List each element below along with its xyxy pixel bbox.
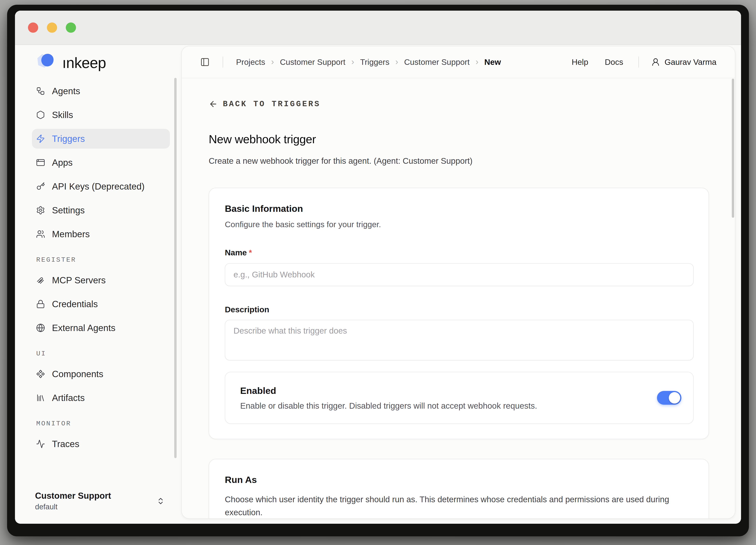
docs-link[interactable]: Docs: [605, 57, 623, 67]
project-switcher[interactable]: Customer Support default: [15, 491, 181, 524]
sidebar-item-label: Apps: [52, 157, 73, 168]
header-actions: Help Docs Gaurav Varma: [555, 57, 716, 68]
zap-icon: [36, 134, 45, 143]
breadcrumb-triggers[interactable]: Triggers: [360, 57, 389, 67]
sidebar-section-register: REGISTER: [36, 256, 181, 263]
sidebar-item-apps[interactable]: Apps: [32, 153, 170, 172]
close-window-button[interactable]: [28, 22, 38, 33]
sidebar-item-label: MCP Servers: [52, 275, 106, 286]
sidebar-item-traces[interactable]: Traces: [32, 434, 170, 454]
sidebar-item-skills[interactable]: Skills: [32, 105, 170, 125]
project-info: Customer Support default: [35, 491, 111, 511]
description-label: Description: [225, 305, 693, 314]
user-icon: [651, 57, 660, 67]
sidebar-section-ui: UI: [36, 350, 181, 358]
toggle-knob: [669, 392, 680, 404]
enabled-toggle[interactable]: [657, 391, 681, 405]
chevron-right-icon: ›: [395, 57, 398, 67]
sidebar-item-components[interactable]: Components: [32, 364, 170, 384]
activity-icon: [36, 439, 45, 449]
breadcrumb-agent[interactable]: Customer Support: [280, 57, 346, 67]
sidebar-item-api-keys[interactable]: API Keys (Deprecated): [32, 176, 170, 196]
globe-icon: [36, 323, 45, 333]
sidebar-item-label: Components: [52, 369, 103, 379]
description-textarea[interactable]: [225, 320, 694, 360]
name-label: Name*: [225, 248, 693, 257]
sidebar-item-label: Skills: [52, 109, 73, 120]
sidebar-nav: Agents Skills Triggers: [15, 81, 181, 458]
back-to-triggers-link[interactable]: BACK TO TRIGGERS: [209, 99, 321, 109]
sidebar-item-label: API Keys (Deprecated): [52, 181, 145, 192]
sidebar-item-mcp-servers[interactable]: MCP Servers: [32, 270, 170, 290]
enabled-text: Enabled Enable or disable this trigger. …: [240, 385, 648, 411]
panel-header: Projects › Customer Support › Triggers ›…: [182, 46, 735, 78]
sidebar-item-artifacts[interactable]: Artifacts: [32, 388, 170, 408]
header-divider: [638, 57, 639, 68]
inkeep-logo-icon: [34, 52, 59, 73]
sidebar: ınkeep Agents Skills: [15, 45, 181, 524]
project-variant: default: [35, 503, 111, 511]
users-icon: [36, 229, 45, 239]
window-titlebar: [15, 11, 741, 45]
macos-window: ınkeep Agents Skills: [7, 5, 749, 536]
chevrons-up-down-icon: [157, 497, 165, 505]
app-screen: ınkeep Agents Skills: [15, 11, 741, 524]
lock-icon: [36, 299, 45, 309]
back-link-label: BACK TO TRIGGERS: [223, 100, 321, 109]
sidebar-item-agents[interactable]: Agents: [32, 81, 170, 101]
content-scrollbar[interactable]: [732, 79, 734, 218]
sidebar-item-settings[interactable]: Settings: [32, 200, 170, 220]
header-divider: [223, 57, 223, 68]
sidebar-item-label: Artifacts: [52, 393, 85, 403]
required-asterisk: *: [249, 248, 252, 257]
minimize-window-button[interactable]: [47, 22, 57, 33]
name-input[interactable]: [225, 263, 694, 286]
breadcrumb-agent-2[interactable]: Customer Support: [404, 57, 470, 67]
sidebar-toggle-button[interactable]: [200, 57, 210, 67]
panel-body: BACK TO TRIGGERS New webhook trigger Cre…: [182, 78, 735, 518]
page-title: New webhook trigger: [209, 133, 735, 146]
sidebar-item-label: Traces: [52, 439, 79, 449]
arrow-left-icon: [209, 99, 218, 109]
user-menu[interactable]: Gaurav Varma: [651, 57, 716, 67]
breadcrumb: Projects › Customer Support › Triggers ›…: [236, 57, 501, 67]
mcp-icon: [36, 276, 45, 285]
enabled-setting-row: Enabled Enable or disable this trigger. …: [225, 372, 694, 424]
key-icon: [36, 182, 45, 191]
main-area: Projects › Customer Support › Triggers ›…: [181, 45, 741, 524]
card-title: Basic Information: [225, 203, 693, 214]
gear-icon: [36, 205, 45, 215]
component-icon: [36, 369, 45, 379]
run-as-card: Run As Choose which user identity the tr…: [209, 459, 709, 519]
breadcrumb-projects[interactable]: Projects: [236, 57, 265, 67]
user-name: Gaurav Varma: [664, 57, 716, 67]
sidebar-scrollbar[interactable]: [174, 78, 177, 458]
app-window-icon: [36, 158, 45, 167]
chevron-right-icon: ›: [475, 57, 478, 67]
enabled-description: Enable or disable this trigger. Disabled…: [240, 401, 648, 411]
enabled-label: Enabled: [240, 385, 648, 396]
sidebar-item-triggers[interactable]: Triggers: [32, 129, 170, 148]
card-title: Run As: [225, 474, 693, 485]
app-body: ınkeep Agents Skills: [15, 45, 741, 524]
sidebar-item-label: Agents: [52, 86, 80, 96]
workflow-icon: [36, 86, 45, 96]
sidebar-item-external-agents[interactable]: External Agents: [32, 318, 170, 338]
hexagon-icon: [36, 110, 45, 120]
help-link[interactable]: Help: [572, 57, 588, 67]
brand-logo[interactable]: ınkeep: [15, 53, 181, 72]
brand-wordmark: ınkeep: [62, 54, 106, 71]
zoom-window-button[interactable]: [66, 22, 76, 33]
project-name: Customer Support: [35, 491, 111, 501]
sidebar-item-label: External Agents: [52, 323, 115, 333]
page-subtitle: Create a new webhook trigger for this ag…: [209, 156, 735, 166]
chevron-right-icon: ›: [351, 57, 354, 67]
content-panel: Projects › Customer Support › Triggers ›…: [181, 46, 735, 519]
sidebar-section-monitor: MONITOR: [36, 420, 181, 427]
card-description: Configure the basic settings for your tr…: [225, 220, 693, 229]
sidebar-item-members[interactable]: Members: [32, 224, 170, 244]
sidebar-item-label: Triggers: [52, 133, 85, 144]
sidebar-item-label: Members: [52, 229, 90, 239]
sidebar-item-label: Credentials: [52, 299, 98, 309]
sidebar-item-credentials[interactable]: Credentials: [32, 294, 170, 314]
